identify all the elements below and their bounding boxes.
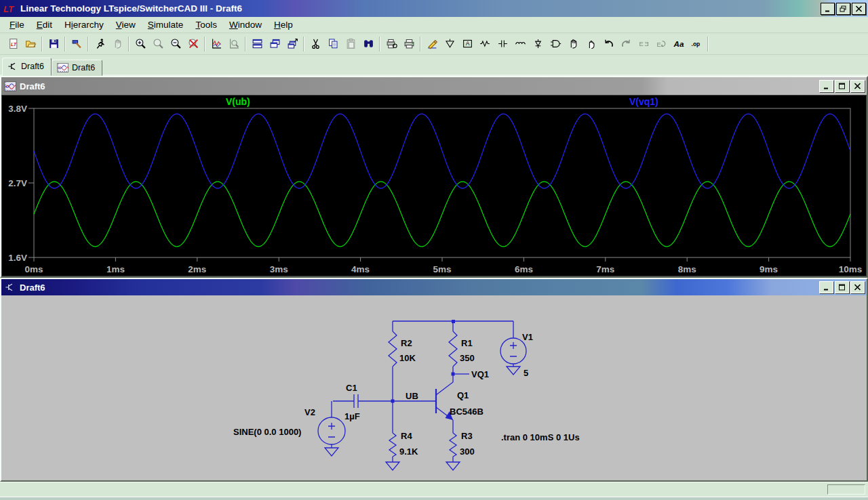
- toolbar-button-move[interactable]: [564, 36, 582, 52]
- capacitor-icon: [497, 38, 509, 49]
- toolbar-button-place-component[interactable]: [547, 36, 564, 52]
- tile-windows-icon: [252, 38, 263, 49]
- toolbar-button-control-panel[interactable]: [68, 36, 85, 52]
- menu-item-view[interactable]: View: [110, 18, 142, 31]
- trace-label-vvq1[interactable]: V(vq1): [629, 96, 658, 107]
- x-tick-label: 2ms: [188, 264, 206, 274]
- junction-dot: [452, 373, 455, 376]
- main-restore-button[interactable]: [836, 3, 850, 15]
- x-tick-label: 3ms: [270, 264, 288, 274]
- tab-draft6-waveform[interactable]: Draft6: [52, 60, 102, 76]
- svg-text:.op: .op: [691, 41, 700, 47]
- save-icon: [48, 38, 60, 49]
- schematic-minimize-button[interactable]: [819, 281, 833, 293]
- toolbar-button-run[interactable]: [91, 36, 108, 52]
- menu-bar: FileEditHierarchyViewSimulateToolsWindow…: [0, 17, 868, 33]
- main-titlebar[interactable]: LT Linear Technology LTspice/SwitcherCAD…: [0, 0, 868, 17]
- ground-symbol: [325, 448, 338, 456]
- menu-item-hierarchy[interactable]: Hierarchy: [58, 18, 110, 31]
- toolbar-button-bring-to-front[interactable]: [283, 36, 301, 52]
- voltage-source-v2[interactable]: [318, 401, 345, 448]
- capacitor-c1[interactable]: [333, 394, 393, 408]
- toolbar-button-zoom-in[interactable]: [132, 36, 149, 52]
- app-logo-icon: LT: [3, 3, 18, 15]
- toolbar-button-cascade-windows[interactable]: [266, 36, 283, 52]
- waveform-window-icon: [3, 81, 16, 91]
- toolbar-button-zoom-full-extents[interactable]: [184, 36, 202, 52]
- schematic-window-title: Draft6: [20, 283, 819, 293]
- toolbar-button-place-diode[interactable]: [529, 36, 547, 52]
- resistor-r3[interactable]: [450, 433, 456, 462]
- waveform-minimize-button[interactable]: [819, 80, 833, 92]
- waveform-plot[interactable]: 3.8V2.7V1.6V0ms1ms2ms3ms4ms5ms6ms7ms8ms9…: [2, 96, 865, 276]
- toolbar-button-undo[interactable]: [599, 36, 617, 52]
- voltage-source-v1[interactable]: [500, 321, 526, 367]
- resistor-r4[interactable]: [389, 401, 396, 462]
- schematic-window-titlebar[interactable]: Draft6: [1, 279, 867, 295]
- schematic-canvas[interactable]: R2 10K R1 350 V1 5 VQ1 C1 1µF UB Q1 BC54…: [1, 295, 867, 480]
- toolbar-button-autorange-y[interactable]: [208, 36, 225, 52]
- menu-item-tools[interactable]: Tools: [189, 18, 223, 31]
- toolbar-button-drag[interactable]: [582, 36, 599, 52]
- menu-item-file[interactable]: File: [3, 18, 31, 31]
- menu-item-window[interactable]: Window: [223, 18, 268, 31]
- q1-label: Q1: [457, 390, 469, 400]
- resistor-r1[interactable]: [449, 321, 457, 374]
- mdi-area: Draft6 3.8V2.7V1.6V0ms1ms2ms3ms4ms5ms6ms…: [0, 76, 868, 482]
- svg-text:LT: LT: [3, 4, 14, 14]
- status-bar: [0, 482, 868, 500]
- schematic-close-button[interactable]: [850, 281, 865, 293]
- svg-text:E: E: [656, 41, 660, 48]
- toolbar-button-tile-windows[interactable]: [248, 36, 266, 52]
- v1-label: V1: [522, 332, 533, 342]
- menu-item-help[interactable]: Help: [268, 18, 299, 31]
- toolbar-button-place-text[interactable]: Aa: [670, 36, 688, 52]
- ltspice-app: LT Linear Technology LTspice/SwitcherCAD…: [0, 0, 868, 500]
- toolbar-button-print[interactable]: [400, 36, 418, 52]
- zoom-out-icon: [170, 38, 182, 49]
- toolbar-button-open[interactable]: [22, 36, 39, 52]
- menu-item-simulate[interactable]: Simulate: [142, 18, 190, 31]
- toolbar-button-spice-directive[interactable]: .op: [688, 36, 705, 52]
- toolbar-button-place-resistor[interactable]: [476, 36, 494, 52]
- y-tick-label: 2.7V: [8, 178, 27, 188]
- trace-label-vub[interactable]: V(ub): [226, 96, 250, 107]
- toolbar-button-cut[interactable]: [307, 36, 324, 52]
- toolbar: LTAEEEAa.op: [0, 33, 868, 55]
- menu-item-edit[interactable]: Edit: [31, 18, 58, 31]
- main-minimize-button[interactable]: [821, 3, 835, 15]
- main-close-button[interactable]: [852, 3, 866, 15]
- ground-symbol: [507, 367, 520, 375]
- toolbar-button-place-ground[interactable]: [441, 36, 458, 52]
- toolbar-button-new-schematic[interactable]: LT: [4, 36, 22, 52]
- junction-dot: [391, 400, 395, 403]
- resistor-r2[interactable]: [389, 321, 397, 401]
- toolbar-button-place-inductor[interactable]: [511, 36, 529, 52]
- schematic-maximize-button[interactable]: [835, 281, 849, 293]
- toolbar-button-copy[interactable]: [324, 36, 342, 52]
- waveform-plot-area[interactable]: 3.8V2.7V1.6V0ms1ms2ms3ms4ms5ms6ms7ms8ms9…: [1, 95, 867, 276]
- r2-value: 10K: [399, 353, 416, 363]
- toolbar-button-place-capacitor[interactable]: [494, 36, 511, 52]
- waveform-window-titlebar[interactable]: Draft6: [1, 77, 867, 95]
- trace-vvq1: [34, 114, 850, 188]
- waveform-window-title: Draft6: [20, 81, 819, 91]
- x-tick-label: 5ms: [433, 264, 451, 274]
- toolbar-button-save[interactable]: [45, 36, 62, 52]
- toolbar-button-zoom-out[interactable]: [167, 36, 184, 52]
- resistor-icon: [479, 38, 491, 49]
- zoom-full-icon: [188, 38, 199, 49]
- toolbar-separator: [245, 37, 246, 51]
- v2-value: SINE(0 0.0 1000): [233, 427, 301, 437]
- toolbar-button-find[interactable]: [359, 36, 377, 52]
- toolbar-button-label-net[interactable]: A: [458, 36, 476, 52]
- junction-dot: [452, 320, 455, 323]
- zoom-back-icon: [153, 38, 164, 49]
- waveform-close-button[interactable]: [850, 80, 865, 92]
- toolbar-button-draw-wire[interactable]: [423, 36, 441, 52]
- toolbar-button-print-preview[interactable]: [382, 36, 400, 52]
- tab-draft6-schematic[interactable]: Draft6: [2, 58, 52, 76]
- waveform-maximize-button[interactable]: [835, 80, 849, 92]
- ground-symbol: [446, 462, 460, 470]
- toolbar-button-zoom-back: [149, 36, 167, 52]
